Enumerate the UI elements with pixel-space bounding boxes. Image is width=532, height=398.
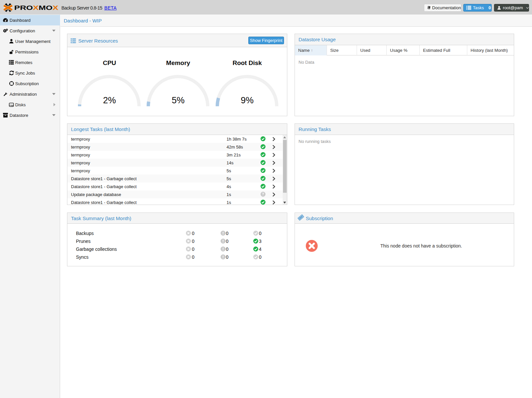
svg-text:?: ? xyxy=(262,192,264,196)
